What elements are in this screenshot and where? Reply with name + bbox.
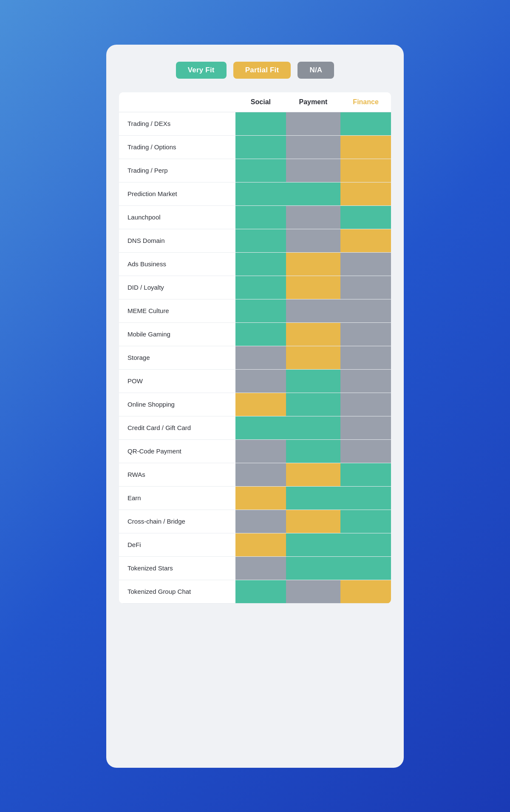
cell-finance [340, 556, 391, 580]
cell-finance [340, 135, 391, 159]
cell-color-payment [286, 416, 341, 439]
table-row: Earn [119, 486, 391, 510]
row-label: MEME Culture [119, 299, 235, 322]
cell-social [235, 463, 286, 486]
cell-color-social [235, 182, 286, 205]
cell-social [235, 556, 286, 580]
cell-color-social [235, 463, 286, 486]
table-row: RWAs [119, 463, 391, 486]
cell-color-finance [340, 206, 391, 229]
legend-partial-fit: Partial Fit [233, 62, 291, 79]
row-label: DeFi [119, 533, 235, 556]
cell-payment [286, 322, 341, 346]
cell-finance [340, 299, 391, 322]
cell-color-payment [286, 112, 341, 135]
row-label: QR-Code Payment [119, 439, 235, 463]
cell-social [235, 229, 286, 252]
cell-color-social [235, 487, 286, 510]
cell-color-finance [340, 159, 391, 182]
table-row: DeFi [119, 533, 391, 556]
cell-payment [286, 276, 341, 299]
table-row: Tokenized Group Chat [119, 580, 391, 603]
row-label: Trading / DEXs [119, 112, 235, 135]
cell-payment [286, 439, 341, 463]
cell-finance [340, 159, 391, 182]
table-row: Trading / Options [119, 135, 391, 159]
cell-finance [340, 346, 391, 369]
cell-color-finance [340, 487, 391, 510]
cell-color-social [235, 416, 286, 439]
cell-finance [340, 205, 391, 229]
cell-color-payment [286, 393, 341, 416]
cell-finance [340, 533, 391, 556]
cell-color-finance [340, 370, 391, 393]
cell-social [235, 510, 286, 533]
legend-na: N/A [298, 62, 334, 79]
cell-color-social [235, 440, 286, 463]
cell-payment [286, 393, 341, 416]
cell-social [235, 205, 286, 229]
cell-finance [340, 486, 391, 510]
cell-color-social [235, 112, 286, 135]
cell-finance [340, 393, 391, 416]
cell-color-finance [340, 463, 391, 486]
row-label: Cross-chain / Bridge [119, 510, 235, 533]
table-body: Trading / DEXsTrading / OptionsTrading /… [119, 112, 391, 603]
row-label: Storage [119, 346, 235, 369]
cell-color-payment [286, 533, 341, 556]
cell-color-social [235, 299, 286, 322]
cell-social [235, 276, 286, 299]
cell-social [235, 416, 286, 439]
cell-payment [286, 556, 341, 580]
cell-payment [286, 112, 341, 135]
cell-finance [340, 276, 391, 299]
cell-color-finance [340, 580, 391, 603]
cell-social [235, 346, 286, 369]
cell-social [235, 182, 286, 205]
table-row: Storage [119, 346, 391, 369]
cell-color-social [235, 253, 286, 276]
cell-color-finance [340, 323, 391, 346]
cell-color-social [235, 370, 286, 393]
cell-color-finance [340, 510, 391, 533]
row-label: POW [119, 369, 235, 393]
cell-color-social [235, 346, 286, 369]
cell-color-payment [286, 346, 341, 369]
cell-finance [340, 439, 391, 463]
cell-social [235, 580, 286, 603]
cell-social [235, 369, 286, 393]
cell-color-social [235, 393, 286, 416]
row-label: Tokenized Group Chat [119, 580, 235, 603]
cell-social [235, 159, 286, 182]
table-row: Credit Card / Gift Card [119, 416, 391, 439]
table-row: Tokenized Stars [119, 556, 391, 580]
cell-finance [340, 229, 391, 252]
cell-color-payment [286, 463, 341, 486]
cell-color-payment [286, 580, 341, 603]
cell-social [235, 112, 286, 135]
cell-payment [286, 135, 341, 159]
cell-color-payment [286, 510, 341, 533]
cell-color-social [235, 533, 286, 556]
cell-color-payment [286, 229, 341, 252]
cell-finance [340, 463, 391, 486]
table-header-row: Social Payment Finance [119, 92, 391, 112]
cell-social [235, 393, 286, 416]
table-row: Trading / DEXs [119, 112, 391, 135]
row-label: Launchpool [119, 205, 235, 229]
cell-social [235, 135, 286, 159]
cell-color-finance [340, 136, 391, 159]
cell-color-social [235, 229, 286, 252]
cell-color-social [235, 206, 286, 229]
col-header-social: Social [235, 92, 286, 112]
cell-color-payment [286, 440, 341, 463]
cell-color-social [235, 580, 286, 603]
cell-finance [340, 252, 391, 276]
row-label: DNS Domain [119, 229, 235, 252]
cell-color-payment [286, 136, 341, 159]
table-row: Mobile Gaming [119, 322, 391, 346]
cell-color-finance [340, 299, 391, 322]
cell-social [235, 486, 286, 510]
row-label: Online Shopping [119, 393, 235, 416]
cell-finance [340, 416, 391, 439]
